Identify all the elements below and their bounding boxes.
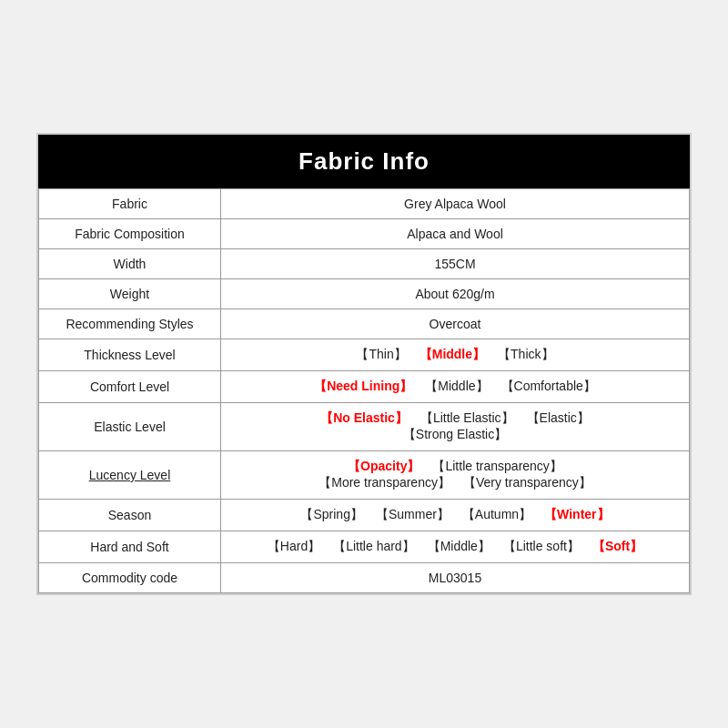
row-label-5: Thickness Level xyxy=(39,339,221,371)
table-row: Thickness Level【Thin】 【Middle】 【Thick】 xyxy=(39,339,690,371)
table-row: Commodity codeML03015 xyxy=(39,563,690,593)
table-row: Fabric CompositionAlpaca and Wool xyxy=(39,219,690,249)
fabric-info-card: Fabric Info FabricGrey Alpaca WoolFabric… xyxy=(36,133,692,595)
row-value-4: Overcoat xyxy=(221,309,690,339)
row-label-0: Fabric xyxy=(39,189,221,219)
row-label-9: Season xyxy=(39,500,221,531)
row-label-11: Commodity code xyxy=(39,563,221,593)
table-row: Comfort Level【Need Lining】 【Middle】 【Com… xyxy=(39,371,690,403)
table-row: Hard and Soft【Hard】 【Little hard】 【Middl… xyxy=(39,531,690,563)
card-title: Fabric Info xyxy=(38,135,690,188)
row-label-4: Recommending Styles xyxy=(39,309,221,339)
row-value-2: 155CM xyxy=(221,249,690,279)
table-row: Recommending StylesOvercoat xyxy=(39,309,690,339)
row-value-11: ML03015 xyxy=(221,563,690,593)
row-label-10: Hard and Soft xyxy=(39,531,221,563)
row-label-8: Lucency Level xyxy=(39,451,221,500)
row-label-7: Elastic Level xyxy=(39,403,221,451)
table-row: Season【Spring】 【Summer】 【Autumn】 【Winter… xyxy=(39,500,690,531)
row-value-9: 【Spring】 【Summer】 【Autumn】 【Winter】 xyxy=(221,500,690,531)
row-value-3: About 620g/m xyxy=(221,279,690,309)
row-label-2: Width xyxy=(39,249,221,279)
table-row: WeightAbout 620g/m xyxy=(39,279,690,309)
row-value-8: 【Opacity】 【Little transparency】【More tra… xyxy=(221,451,690,500)
table-row: FabricGrey Alpaca Wool xyxy=(39,189,690,219)
row-value-1: Alpaca and Wool xyxy=(221,219,690,249)
table-row: Width155CM xyxy=(39,249,690,279)
fabric-table: FabricGrey Alpaca WoolFabric Composition… xyxy=(38,188,690,593)
table-row: Elastic Level【No Elastic】 【Little Elasti… xyxy=(39,403,690,451)
row-value-10: 【Hard】 【Little hard】 【Middle】 【Little so… xyxy=(221,531,690,563)
row-value-5: 【Thin】 【Middle】 【Thick】 xyxy=(221,339,690,371)
row-value-0: Grey Alpaca Wool xyxy=(221,189,690,219)
row-value-6: 【Need Lining】 【Middle】 【Comfortable】 xyxy=(221,371,690,403)
row-label-6: Comfort Level xyxy=(39,371,221,403)
row-label-3: Weight xyxy=(39,279,221,309)
table-row: Lucency Level【Opacity】 【Little transpare… xyxy=(39,451,690,500)
row-value-7: 【No Elastic】 【Little Elastic】 【Elastic】【… xyxy=(221,403,690,451)
row-label-1: Fabric Composition xyxy=(39,219,221,249)
